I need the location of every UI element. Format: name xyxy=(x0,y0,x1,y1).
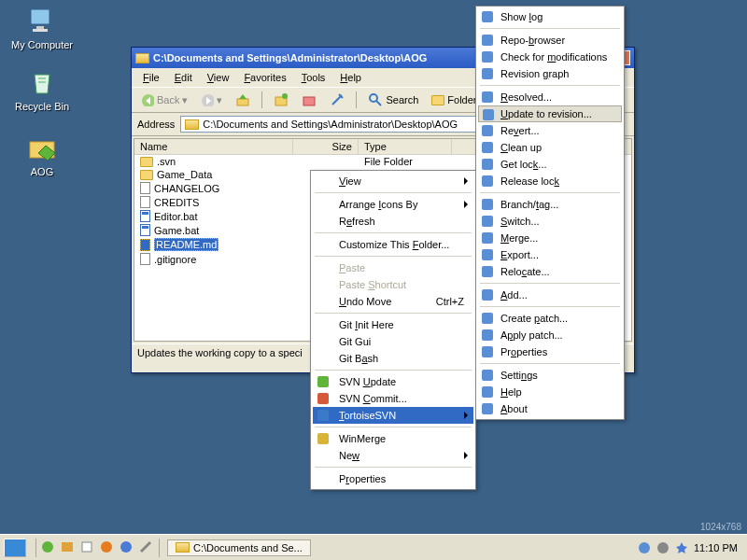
g-icon xyxy=(481,175,494,188)
menu-item[interactable]: Export... xyxy=(478,246,622,263)
taskbar-button[interactable]: C:\Documents and Se... xyxy=(167,539,311,556)
bat-icon xyxy=(140,210,150,222)
ql-icon[interactable] xyxy=(79,539,96,556)
svg-rect-28 xyxy=(482,232,493,244)
menu-item[interactable]: Undo MoveCtrl+Z xyxy=(313,293,473,310)
ql-icon[interactable] xyxy=(60,539,77,556)
menu-item[interactable]: Show log xyxy=(478,8,622,25)
g-icon xyxy=(481,402,494,415)
tool-icon-3[interactable] xyxy=(326,91,348,109)
file-icon xyxy=(140,253,150,265)
menu-item[interactable]: Customize This Folder... xyxy=(313,236,473,253)
desktop-icon-label: AOG xyxy=(9,166,75,177)
tray-icon[interactable] xyxy=(675,541,688,554)
menu-edit[interactable]: Edit xyxy=(167,70,200,85)
menu-item[interactable]: About xyxy=(478,400,622,417)
tool-icon-1[interactable] xyxy=(270,91,292,109)
menu-item[interactable]: Repo-browser xyxy=(478,32,622,49)
menu-item[interactable]: Clean up xyxy=(478,139,622,156)
menu-item[interactable]: Relocate... xyxy=(478,263,622,280)
svg-rect-2 xyxy=(33,29,48,32)
menu-item[interactable]: New xyxy=(313,447,473,464)
col-type[interactable]: Type xyxy=(359,139,452,154)
col-size[interactable]: Size xyxy=(293,139,359,154)
menu-item[interactable]: Get lock... xyxy=(478,156,622,173)
menu-item[interactable]: Resolved... xyxy=(478,89,622,105)
menu-item[interactable]: Refresh xyxy=(313,213,473,230)
menu-item[interactable]: Add... xyxy=(478,287,622,303)
forward-button[interactable]: ▾ xyxy=(197,91,226,108)
menu-item[interactable]: Git Bash xyxy=(313,350,473,367)
g-icon xyxy=(481,198,494,211)
tool-icon-2[interactable] xyxy=(298,91,320,109)
ql-icon[interactable] xyxy=(119,539,135,556)
svg-rect-39 xyxy=(62,542,73,552)
tray-icon[interactable] xyxy=(638,541,651,554)
menu-item[interactable]: Properties xyxy=(313,470,473,487)
ql-icon[interactable] xyxy=(99,539,116,556)
taskbar: C:\Documents and Se... 11:10 PM xyxy=(0,534,747,560)
g-icon xyxy=(481,124,494,137)
menu-item[interactable]: Check for modifications xyxy=(478,49,622,65)
menu-item[interactable]: Help xyxy=(478,384,622,400)
menu-file[interactable]: File xyxy=(135,70,167,85)
menu-item[interactable]: View xyxy=(313,173,473,189)
menu-item[interactable]: Git Init Here xyxy=(313,316,473,333)
menu-tools[interactable]: Tools xyxy=(294,70,333,85)
desktop-icon-aog[interactable]: AOG xyxy=(9,133,75,177)
svg-rect-22 xyxy=(482,125,493,136)
menu-item[interactable]: SVN Commit... xyxy=(313,390,473,407)
menu-item[interactable]: Release lock xyxy=(478,173,622,189)
menu-item[interactable]: Branch/tag... xyxy=(478,196,622,213)
ql-icon[interactable] xyxy=(40,539,57,556)
svg-rect-35 xyxy=(482,370,493,381)
folder-open-icon xyxy=(135,53,149,63)
col-name[interactable]: Name xyxy=(134,139,293,154)
menu-item[interactable]: Settings xyxy=(478,367,622,384)
svg-rect-20 xyxy=(482,91,493,103)
menu-item[interactable]: Git Gui xyxy=(313,333,473,350)
menu-item[interactable]: Apply patch... xyxy=(478,327,622,343)
wm-icon xyxy=(317,432,330,445)
svg-rect-33 xyxy=(482,329,493,341)
svg-rect-32 xyxy=(482,313,493,324)
menu-item[interactable]: Switch... xyxy=(478,213,622,230)
svn-up-icon xyxy=(317,375,330,388)
g-icon xyxy=(481,231,494,245)
menu-item[interactable]: Update to revision... xyxy=(478,105,622,122)
menu-favorites[interactable]: Favorites xyxy=(236,70,293,85)
desktop-icon-mycomputer[interactable]: My Computer xyxy=(9,6,75,50)
tray-icon[interactable] xyxy=(656,541,669,554)
svg-rect-34 xyxy=(482,346,493,357)
up-button[interactable] xyxy=(232,91,254,109)
quick-launch xyxy=(40,539,155,556)
svg-rect-13 xyxy=(317,393,329,404)
desktop-icon-label: Recycle Bin xyxy=(9,101,75,112)
folder-icon xyxy=(27,133,57,162)
menu-item[interactable]: Revert... xyxy=(478,122,622,139)
menu-item[interactable]: Properties xyxy=(478,343,622,360)
submenu-arrow-icon xyxy=(464,412,468,419)
menu-item[interactable]: Arrange Icons By xyxy=(313,196,473,213)
ql-icon[interactable] xyxy=(138,539,155,556)
submenu-arrow-icon xyxy=(464,177,468,185)
start-button[interactable] xyxy=(4,539,26,557)
menu-item[interactable]: Merge... xyxy=(478,230,622,246)
menu-item[interactable]: TortoiseSVN xyxy=(313,407,473,424)
menu-item[interactable]: SVN Update xyxy=(313,373,473,390)
svg-point-38 xyxy=(42,541,53,553)
file-icon xyxy=(140,196,150,208)
clock[interactable]: 11:10 PM xyxy=(694,542,738,553)
search-button[interactable]: Search xyxy=(364,91,422,109)
back-button[interactable]: Back ▾ xyxy=(137,91,191,108)
menu-view[interactable]: View xyxy=(200,70,237,85)
menu-help[interactable]: Help xyxy=(332,70,369,85)
desktop-icon-recyclebin[interactable]: Recycle Bin xyxy=(9,67,75,112)
g-icon xyxy=(481,329,494,342)
svg-rect-6 xyxy=(237,99,248,105)
menu-item[interactable]: Revision graph xyxy=(478,65,622,82)
menu-item[interactable]: Create patch... xyxy=(478,310,622,327)
g-icon xyxy=(482,108,495,121)
menu-item[interactable]: WinMerge xyxy=(313,430,473,447)
svg-rect-31 xyxy=(482,289,493,301)
